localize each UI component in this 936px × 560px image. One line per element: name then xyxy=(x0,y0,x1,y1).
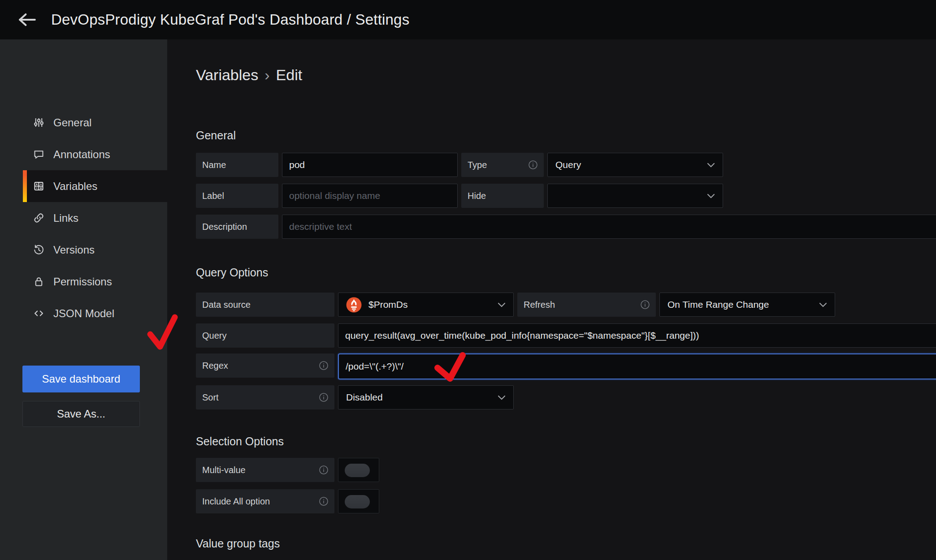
query-options-heading: Query Options xyxy=(196,266,268,279)
name-label: Name xyxy=(196,153,278,177)
prometheus-icon xyxy=(346,297,362,313)
back-arrow-icon[interactable] xyxy=(17,11,38,29)
info-icon[interactable] xyxy=(640,300,650,310)
breadcrumb: Variables › Edit xyxy=(196,66,302,84)
selection-options-heading: Selection Options xyxy=(196,435,284,448)
info-icon[interactable] xyxy=(319,392,329,402)
query-label: Query xyxy=(196,323,334,348)
type-label-text: Type xyxy=(468,160,487,170)
lock-icon xyxy=(33,276,45,288)
refresh-select[interactable]: On Time Range Change xyxy=(659,293,835,317)
dashboard-settings-title: DevOpsProdigy KubeGraf Pod's Dashboard /… xyxy=(51,11,409,28)
sidebar-item-variables[interactable]: Variables xyxy=(23,170,167,202)
info-icon[interactable] xyxy=(319,465,329,475)
type-label: Type xyxy=(461,153,544,177)
chevron-down-icon xyxy=(707,194,715,198)
sidebar-item-label: Links xyxy=(53,212,78,224)
regex-input[interactable] xyxy=(338,353,936,379)
chevron-down-icon xyxy=(819,302,827,307)
save-dashboard-button[interactable]: Save dashboard xyxy=(22,366,140,392)
breadcrumb-page: Edit xyxy=(276,66,303,84)
sidebar-item-label: Versions xyxy=(53,244,95,256)
refresh-select-value: On Time Range Change xyxy=(667,299,769,310)
sidebar-item-label: General xyxy=(53,116,91,129)
label-hide-row: Label Hide xyxy=(196,184,723,208)
sidebar-item-label: JSON Model xyxy=(53,307,114,320)
comment-icon xyxy=(33,148,45,160)
toggle-knob xyxy=(345,495,370,508)
link-icon xyxy=(33,212,45,224)
sidebar-item-versions[interactable]: Versions xyxy=(23,234,167,266)
name-input[interactable] xyxy=(282,153,458,177)
refresh-label: Refresh xyxy=(517,293,656,317)
general-heading: General xyxy=(196,129,236,142)
include-all-toggle[interactable] xyxy=(338,489,379,513)
type-select-value: Query xyxy=(555,159,581,170)
data-source-value: $PromDs xyxy=(368,299,408,310)
label-label: Label xyxy=(196,184,278,208)
sidebar-item-general[interactable]: General xyxy=(23,107,167,138)
include-all-label-text: Include All option xyxy=(202,496,270,507)
query-input[interactable] xyxy=(338,323,936,348)
top-header: DevOpsProdigy KubeGraf Pod's Dashboard /… xyxy=(0,0,936,39)
include-all-row: Include All option xyxy=(196,489,379,513)
description-label: Description xyxy=(196,215,278,239)
sidebar-item-links[interactable]: Links xyxy=(23,202,167,234)
chevron-down-icon xyxy=(707,163,715,168)
sidebar-item-annotations[interactable]: Annotations xyxy=(23,138,167,170)
datasource-refresh-row: Data source $PromDs Refresh xyxy=(196,293,835,317)
regex-row: Regex xyxy=(196,353,936,378)
grid-icon xyxy=(33,180,45,192)
description-input[interactable] xyxy=(282,215,936,239)
breadcrumb-section: Variables xyxy=(196,66,258,84)
sidebar-item-permissions[interactable]: Permissions xyxy=(23,266,167,297)
sort-label: Sort xyxy=(196,385,334,409)
history-icon xyxy=(33,244,45,256)
sort-select[interactable]: Disabled xyxy=(338,385,514,409)
sidebar-item-label: Annotations xyxy=(53,148,110,161)
description-row: Description xyxy=(196,215,936,239)
toggle-knob xyxy=(345,464,370,477)
multi-value-label: Multi-value xyxy=(196,458,334,482)
regex-label: Regex xyxy=(196,353,334,378)
sidebar-item-label: Variables xyxy=(53,180,97,193)
sort-label-text: Sort xyxy=(202,392,219,403)
include-all-label: Include All option xyxy=(196,489,334,513)
settings-nav: General Annotations Variables xyxy=(23,107,167,329)
chevron-down-icon xyxy=(498,302,506,307)
name-type-row: Name Type Query xyxy=(196,153,723,177)
sort-row: Sort Disabled xyxy=(196,385,514,409)
code-icon xyxy=(33,307,45,319)
save-as-button[interactable]: Save As... xyxy=(22,401,140,427)
value-group-tags-heading: Value group tags xyxy=(196,537,280,550)
sliders-icon xyxy=(33,116,45,129)
info-icon[interactable] xyxy=(319,496,329,506)
sidebar-item-json-model[interactable]: JSON Model xyxy=(23,297,167,329)
multi-value-toggle[interactable] xyxy=(338,458,379,482)
sort-select-value: Disabled xyxy=(346,392,383,403)
chevron-down-icon xyxy=(498,395,506,400)
hide-select[interactable] xyxy=(547,184,723,208)
hide-label: Hide xyxy=(461,184,544,208)
data-source-label: Data source xyxy=(196,293,334,317)
multi-value-label-text: Multi-value xyxy=(202,465,246,475)
multi-value-row: Multi-value xyxy=(196,458,379,482)
settings-sidebar: General Annotations Variables xyxy=(0,39,167,560)
data-source-select[interactable]: $PromDs xyxy=(338,293,514,317)
info-icon[interactable] xyxy=(528,160,538,170)
info-icon[interactable] xyxy=(319,361,329,370)
label-input[interactable] xyxy=(282,184,458,208)
query-row: Query xyxy=(196,323,936,348)
regex-label-text: Regex xyxy=(202,361,228,371)
breadcrumb-separator: › xyxy=(264,66,269,84)
type-select[interactable]: Query xyxy=(547,153,723,177)
sidebar-item-label: Permissions xyxy=(53,276,112,288)
refresh-label-text: Refresh xyxy=(524,300,555,310)
